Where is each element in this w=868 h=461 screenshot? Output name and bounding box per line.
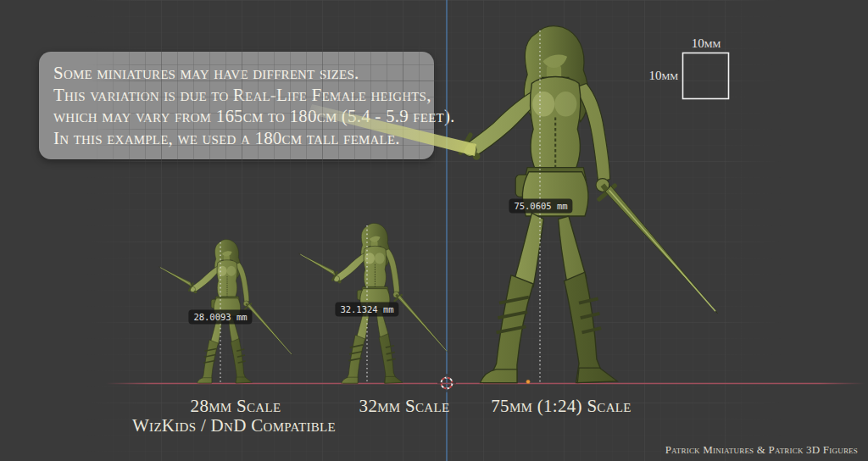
viewport-canvas[interactable] bbox=[0, 0, 868, 461]
viewport-grid bbox=[0, 0, 868, 461]
origin-dot bbox=[526, 380, 530, 383]
viewport[interactable]: Some miniatures may have diffrent sizes.… bbox=[0, 0, 868, 461]
